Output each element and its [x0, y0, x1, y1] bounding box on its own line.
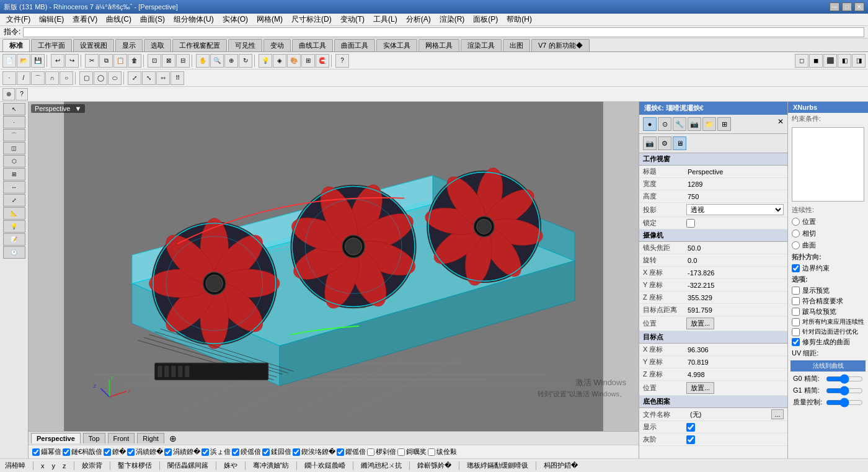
- sphere-btn[interactable]: ◯: [94, 71, 107, 85]
- menu-item-查看[interactable]: 查看(V): [69, 13, 101, 26]
- snap-cb-涓績鐐�[interactable]: [164, 448, 172, 456]
- delete-btn[interactable]: 🗑: [128, 54, 141, 68]
- tgt-pos-button[interactable]: 放置...: [686, 382, 714, 394]
- snap-cb-绂佺敤[interactable]: [428, 448, 435, 456]
- view-btn-3[interactable]: ⬛: [823, 54, 837, 68]
- zoom-btn[interactable]: 🔍: [210, 54, 224, 68]
- filename-browse-btn[interactable]: ...: [771, 409, 784, 419]
- line-btn[interactable]: /: [17, 71, 30, 85]
- toolbar-tab-5[interactable]: 工作视窗配置: [172, 39, 227, 51]
- cyl-btn[interactable]: ⬭: [108, 71, 122, 85]
- props-grid-icon[interactable]: ⊞: [717, 117, 731, 131]
- menu-item-工具[interactable]: 工具(L): [370, 13, 401, 26]
- invert-btn[interactable]: ⊟: [176, 54, 190, 68]
- props-folder-icon[interactable]: 📁: [702, 117, 716, 131]
- menu-item-编辑[interactable]: 编辑(E): [35, 13, 68, 26]
- material-btn[interactable]: ◈: [273, 54, 286, 68]
- render-btn[interactable]: 🎨: [287, 54, 301, 68]
- menu-item-分析[interactable]: 分析(A): [402, 13, 435, 26]
- view-btn-4[interactable]: ◧: [838, 54, 851, 68]
- polyline-btn[interactable]: ⌒: [31, 71, 45, 85]
- trim-surface-cb[interactable]: [792, 338, 800, 346]
- menu-item-网格[interactable]: 网格(M): [253, 13, 286, 26]
- zoom-all-btn[interactable]: ⊕: [224, 54, 238, 68]
- toolbar-tab-6[interactable]: 可见性: [228, 39, 262, 51]
- grid-btn[interactable]: ⊞: [301, 54, 315, 68]
- show-preview-cb[interactable]: [792, 287, 800, 295]
- light-btn[interactable]: 💡: [259, 54, 272, 68]
- radio-position-input[interactable]: [792, 218, 800, 226]
- radio-tangent-input[interactable]: [792, 229, 800, 238]
- view-btn-5[interactable]: ◨: [852, 54, 866, 68]
- copy-btn[interactable]: ⧉: [99, 54, 113, 68]
- snap-cb-浜ょ偣[interactable]: [202, 448, 209, 456]
- cut-btn[interactable]: ✂: [85, 54, 99, 68]
- history-tool[interactable]: 🕐: [3, 246, 25, 259]
- add-viewport-icon[interactable]: ⊕: [169, 434, 177, 443]
- toolbar-tab-2[interactable]: 设置视图: [73, 39, 114, 51]
- select-tool[interactable]: ↖: [3, 103, 25, 115]
- quality-slider[interactable]: [826, 399, 863, 406]
- box-btn[interactable]: ▢: [79, 71, 93, 85]
- minimize-button[interactable]: —: [830, 2, 839, 11]
- point-tool[interactable]: ·: [3, 116, 25, 128]
- menu-item-曲面[interactable]: 曲面(S): [136, 13, 169, 26]
- lock-checkbox[interactable]: [686, 219, 695, 228]
- rotate-btn[interactable]: ↻: [239, 54, 252, 68]
- bottom-tab-top[interactable]: Top: [83, 433, 105, 443]
- snap-cb-椤剁偣[interactable]: [367, 448, 374, 456]
- menu-item-尺寸标注[interactable]: 尺寸标注(D): [288, 13, 335, 26]
- toolbar-tab-1[interactable]: 工作平面: [31, 39, 72, 51]
- draft-tool[interactable]: 📝: [3, 233, 25, 246]
- snap-cb-鎶曞奖[interactable]: [397, 448, 405, 456]
- arc-btn[interactable]: ∩: [45, 71, 59, 85]
- toolbar-tab-0[interactable]: 标准: [2, 39, 30, 51]
- g1-slider[interactable]: [826, 387, 863, 394]
- snap-cb-鑺傜偣[interactable]: [337, 448, 344, 456]
- move-btn[interactable]: ⤢: [128, 71, 141, 85]
- select-all-btn[interactable]: ⊡: [148, 54, 161, 68]
- snap-cb-鍥涘垎鐐�[interactable]: [293, 448, 300, 456]
- pan-btn[interactable]: ✋: [196, 54, 210, 68]
- radio-curvature-input[interactable]: [792, 241, 800, 249]
- props-cam2-icon[interactable]: 📷: [643, 136, 657, 150]
- menu-item-组分物体[interactable]: 组分物体(U): [170, 13, 218, 26]
- props-circle-icon[interactable]: ●: [643, 117, 657, 131]
- toolbar-tab-12[interactable]: 渲染工具: [461, 39, 502, 51]
- transform-tool[interactable]: ⤢: [3, 194, 25, 207]
- help2-btn[interactable]: ?: [16, 88, 28, 100]
- fit-precision-cb[interactable]: [792, 297, 800, 305]
- view-btn-2[interactable]: ◼: [809, 54, 823, 68]
- menu-item-变动[interactable]: 变动(T): [337, 13, 368, 26]
- snap-cb-鐐�[interactable]: [104, 448, 111, 456]
- snap-cb-鍨傜偣[interactable]: [232, 448, 239, 456]
- toolbar-tab-14[interactable]: V7 的新功能◆: [531, 39, 590, 51]
- menu-item-渲染[interactable]: 渲染(R): [436, 13, 469, 26]
- bg-gray-checkbox[interactable]: [686, 435, 695, 444]
- solid-tool[interactable]: ⬡: [3, 155, 25, 167]
- viewport-inner[interactable]: x y z Perspective ▼ 激活 Windows 转到"设置"以激活…: [29, 102, 639, 431]
- close-button[interactable]: ✕: [854, 2, 864, 11]
- snap-cb-鑷冪偣[interactable]: [32, 448, 40, 456]
- menu-item-文件[interactable]: 文件(F): [2, 13, 34, 26]
- menu-item-曲线[interactable]: 曲线(C): [102, 13, 135, 26]
- toolbar-tab-3[interactable]: 显示: [115, 39, 143, 51]
- projection-dropdown[interactable]: 透视 平行 两点透视: [686, 204, 784, 215]
- save-btn[interactable]: 💾: [31, 54, 45, 68]
- bottom-tab-right[interactable]: Right: [137, 433, 164, 443]
- redo-btn[interactable]: ↪: [65, 54, 79, 68]
- bottom-tab-perspective[interactable]: Perspective: [31, 433, 81, 443]
- toolbar-tab-4[interactable]: 选取: [144, 39, 171, 51]
- view-btn-1[interactable]: ◻: [795, 54, 808, 68]
- render-side-tool[interactable]: 💡: [3, 220, 25, 233]
- undo-btn[interactable]: ↩: [51, 54, 64, 68]
- toolbar-tab-11[interactable]: 网格工具: [418, 39, 459, 51]
- analyze-tool[interactable]: 📐: [3, 207, 25, 220]
- curve-tool[interactable]: ⌒: [3, 129, 25, 141]
- zebra-cb[interactable]: [792, 308, 800, 316]
- all-constraints-cb[interactable]: [792, 318, 800, 326]
- osnap-btn[interactable]: ⊕: [2, 88, 15, 100]
- props-settings-icon[interactable]: ⚙: [658, 136, 671, 150]
- array-btn[interactable]: ⠿: [170, 71, 184, 85]
- snap-cb-鍒囩偣[interactable]: [262, 448, 270, 456]
